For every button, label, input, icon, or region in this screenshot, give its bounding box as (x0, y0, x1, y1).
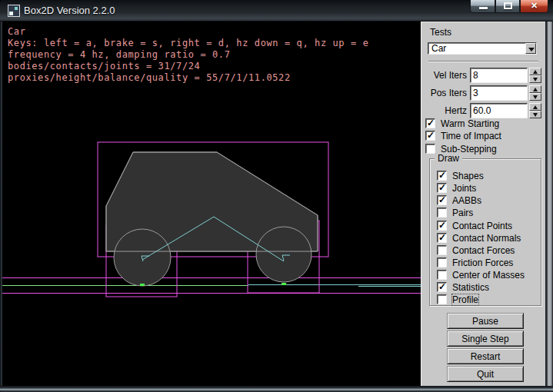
pos-iters-label: Pos Iters (421, 85, 467, 101)
window-border-bottom (0, 386, 553, 392)
right-wheel (256, 227, 311, 282)
window-border-right (545, 22, 553, 386)
close-button[interactable]: ✕ (520, 0, 548, 13)
tests-dropdown-arrow-icon[interactable] (525, 43, 536, 54)
time-of-impact-label: Time of Impact (441, 131, 501, 141)
close-icon: ✕ (521, 1, 548, 11)
contact-forces-checkbox-icon (437, 245, 447, 255)
control-panel: Tests Car Vel Iters Pos Iters Hertz (421, 22, 545, 386)
shapes-label: Shapes (452, 171, 484, 181)
friction-forces-checkbox-icon (437, 257, 447, 267)
aabbs-checkbox-icon (437, 195, 447, 205)
maximize-icon (504, 2, 512, 9)
hertz-spinner-down[interactable] (529, 111, 541, 118)
right-wheel-contact-point (281, 283, 286, 285)
pos-iters-row: Pos Iters (421, 85, 546, 101)
hertz-spinner (529, 103, 541, 118)
time-of-impact-checkbox-icon (425, 131, 435, 141)
caption-buttons: ✕ (470, 0, 548, 13)
keys-help-text: Keys: left = a, brake = s, right = d, hz… (8, 38, 368, 49)
minimize-button[interactable] (470, 0, 495, 13)
joints-label: Joints (452, 183, 476, 194)
vel-iters-spinner (529, 68, 541, 83)
hertz-input[interactable] (470, 103, 528, 118)
app-icon (8, 5, 20, 17)
simulation-viewport[interactable]: CarKeys: left = a, brake = s, right = d,… (2, 22, 421, 386)
draw-groupbox: Draw Shapes Joints AABBs Pairs Contact P… (429, 158, 541, 306)
center-of-masses-checkbox-icon (437, 270, 447, 280)
pos-iters-spinner-down[interactable] (529, 93, 541, 101)
center-of-masses-label: Center of Masses (452, 270, 525, 281)
restart-button[interactable]: Restart (447, 348, 524, 364)
hertz-label: Hertz (421, 103, 467, 118)
aabbs-label: AABBs (452, 195, 481, 206)
left-wheel-contact-point (140, 284, 145, 286)
contact-normals-label: Contact Normals (452, 233, 521, 244)
vel-iters-label: Vel Iters (421, 68, 467, 83)
pairs-label: Pairs (452, 208, 473, 218)
tests-label: Tests (430, 27, 451, 38)
contact-normals-checkbox-icon (437, 233, 447, 243)
window-title: Box2D Version 2.2.0 (24, 5, 115, 16)
statistics-label: Statistics (452, 282, 489, 293)
debug-text-overlay: CarKeys: left = a, brake = s, right = d,… (8, 26, 368, 84)
tests-selected-value: Car (431, 43, 446, 54)
draw-group-title: Draw (435, 153, 462, 164)
quit-button[interactable]: Quit (447, 366, 524, 382)
friction-forces-label: Friction Forces (452, 257, 513, 268)
app-window: Box2D Version 2.2.0 ✕ (0, 0, 553, 392)
pos-iters-input[interactable] (470, 85, 528, 101)
pos-iters-spinner-up[interactable] (529, 85, 541, 93)
tests-dropdown[interactable]: Car (428, 42, 537, 55)
pos-iters-spinner (529, 85, 541, 101)
stats-proxies-text: proxies/height/balance/quality = 55/7/1/… (8, 72, 368, 84)
titlebar: Box2D Version 2.2.0 ✕ (0, 0, 553, 22)
pause-button[interactable]: Pause (447, 313, 524, 329)
hertz-row: Hertz (421, 103, 546, 118)
single-step-button[interactable]: Single Step (447, 331, 524, 347)
contact-forces-label: Contact Forces (452, 245, 515, 256)
maximize-button[interactable] (495, 0, 520, 13)
joints-checkbox-icon (437, 183, 447, 193)
warm-starting-label: Warm Starting (441, 118, 499, 129)
contact-points-checkbox-icon (437, 221, 447, 231)
warm-starting-checkbox-icon (425, 118, 435, 128)
vel-iters-spinner-up[interactable] (529, 68, 541, 75)
profile-checkbox-icon (437, 294, 447, 304)
vel-iters-input[interactable] (470, 68, 528, 83)
frequency-text: frequency = 4 hz, damping ratio = 0.7 (8, 49, 368, 61)
shapes-checkbox-icon (437, 171, 447, 181)
vel-iters-spinner-down[interactable] (529, 75, 541, 83)
vel-iters-row: Vel Iters (421, 68, 546, 83)
statistics-checkbox-icon (437, 282, 447, 292)
minimize-icon (479, 7, 488, 9)
profile-label: Profile (452, 294, 478, 305)
pairs-checkbox-icon (437, 208, 447, 218)
contact-points-label: Contact Points (452, 221, 512, 231)
test-title-text: Car (8, 26, 368, 38)
stats-bodies-text: bodies/contacts/joints = 31/7/24 (8, 61, 368, 72)
hertz-spinner-up[interactable] (529, 103, 541, 111)
separator (428, 61, 538, 62)
